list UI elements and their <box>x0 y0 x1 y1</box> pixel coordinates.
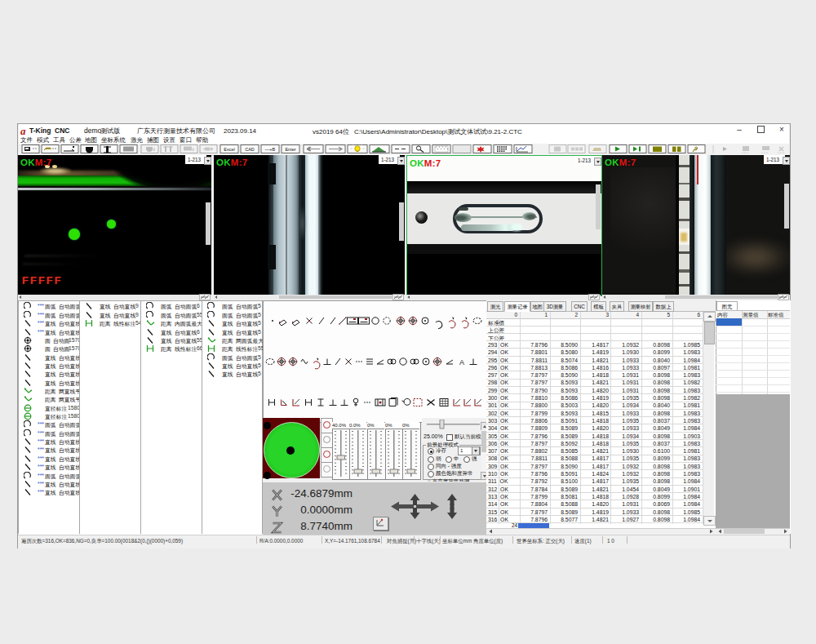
svg-text:Enter: Enter <box>285 147 295 152</box>
svg-text:—+B: —+B <box>265 147 276 152</box>
svg-text:A: A <box>459 358 464 366</box>
svg-text:CAD: CAD <box>245 147 255 152</box>
svg-text:Excel: Excel <box>224 147 234 152</box>
